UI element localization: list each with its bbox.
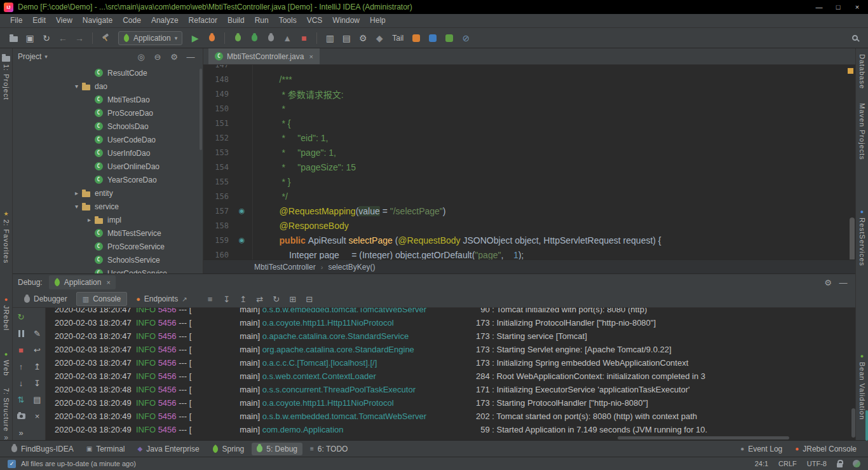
breadcrumb-item[interactable]: selectByKey() — [328, 263, 375, 272]
tree-item-proscoredao[interactable]: CProScoreDao — [13, 106, 203, 120]
tool-stripe-restservices[interactable]: ●RestServices — [856, 207, 868, 268]
menu-item-window[interactable]: Window — [327, 14, 365, 27]
rerun-application-icon[interactable]: ↻ — [14, 310, 29, 324]
menu-item-view[interactable]: View — [51, 14, 78, 27]
run-with-jrebel-icon[interactable] — [204, 31, 219, 46]
console-output[interactable]: 2020-02-03 18:20:47 INFO 5456 --- [main]… — [46, 308, 855, 440]
jrebel-panel-icon[interactable] — [442, 31, 457, 46]
tree-item-resultcode[interactable]: CResultCode — [13, 66, 203, 79]
tree-item-proscoreservice[interactable]: CProScoreService — [13, 240, 203, 253]
tree-item-mbtitestservice[interactable]: CMbtiTestService — [13, 226, 203, 240]
tool-stripe-1-project[interactable]: 1: Project — [0, 52, 12, 102]
run-with-coverage-icon[interactable] — [263, 31, 278, 46]
debug-settings-icon[interactable]: ⚙ — [821, 275, 835, 289]
menu-item-tools[interactable]: Tools — [274, 14, 302, 27]
print-console-icon[interactable]: ▤ — [30, 392, 44, 407]
refresh-icon[interactable]: ↻ — [269, 292, 284, 306]
tree-item-service[interactable]: ▾service — [13, 200, 203, 213]
breadcrumb-item[interactable]: MbtiTestController — [254, 263, 316, 272]
view-breakpoints-icon[interactable]: ⇅ — [14, 392, 29, 407]
hide-panel-icon[interactable]: — — [184, 50, 198, 64]
search-everywhere-icon[interactable] — [847, 31, 862, 46]
lock-icon[interactable] — [837, 460, 843, 467]
copy-icon[interactable]: ▥ — [322, 31, 337, 46]
console-horizontal-scrollbar[interactable] — [618, 436, 789, 439]
build-project-icon[interactable] — [98, 31, 113, 46]
run-icon[interactable]: ▶ — [187, 31, 203, 46]
debug-tab-endpoints[interactable]: ●Endpoints↗ — [130, 292, 193, 306]
menu-item-file[interactable]: File — [5, 14, 27, 27]
project-panel-title[interactable]: Project — [18, 52, 41, 61]
tool-stripe-7-structure[interactable]: 7: Structure — [0, 386, 12, 434]
scroll-end-icon[interactable]: ↧ — [30, 376, 44, 391]
debug-with-jrebel-icon[interactable] — [230, 31, 245, 46]
plugins-icon[interactable]: ◆ — [372, 31, 387, 46]
console-vertical-scrollbar[interactable] — [851, 408, 855, 438]
tool-stripe-jrebel[interactable]: ●JRebel — [0, 294, 12, 333]
run-configuration-select[interactable]: Application▾ — [118, 31, 182, 45]
endpoint-gutter-icon[interactable]: ◉ — [239, 207, 245, 215]
close-tab-icon[interactable]: × — [309, 53, 313, 60]
toolwindow-button-terminal[interactable]: ▣Terminal — [81, 443, 130, 455]
more-actions-icon[interactable]: » — [14, 425, 29, 440]
minimize-panel-icon[interactable]: — — [836, 275, 850, 289]
thread-dump-icon[interactable] — [14, 409, 29, 424]
forward-icon[interactable]: → — [72, 31, 87, 46]
menu-item-edit[interactable]: Edit — [27, 14, 51, 27]
debug-tab-debugger[interactable]: Debugger — [18, 292, 74, 306]
close-session-icon[interactable]: × — [106, 279, 110, 286]
toolwindow-button-findbugs-idea[interactable]: FindBugs-IDEA — [6, 443, 79, 455]
caret-position[interactable]: 24:1 — [755, 460, 768, 467]
close-button[interactable]: × — [848, 0, 867, 14]
tree-item-entity[interactable]: ▸entity — [13, 186, 203, 200]
menu-item-analyze[interactable]: Analyze — [146, 14, 184, 27]
toolwindow-button-java-enterprise[interactable]: ◆Java Enterprise — [133, 443, 205, 455]
paste-icon[interactable]: ▤ — [339, 31, 354, 46]
tree-arrow-icon[interactable]: ▾ — [72, 203, 81, 210]
menu-item-refactor[interactable]: Refactor — [184, 14, 222, 27]
view-options-icon[interactable]: ≡ — [203, 292, 218, 306]
panel-settings-icon[interactable]: ⚙ — [167, 50, 181, 64]
tool-stripe-database[interactable]: Database — [856, 52, 868, 91]
menu-item-vcs[interactable]: VCS — [302, 14, 328, 27]
line-separator[interactable]: CRLF — [778, 460, 797, 467]
profiler-icon[interactable]: ▲ — [280, 31, 295, 46]
toolwindow-button-jrebel-console[interactable]: ●JRebel Console — [790, 443, 862, 455]
disable-plugin-icon[interactable]: ⊘ — [458, 31, 473, 46]
save-all-icon[interactable]: ▣ — [22, 31, 37, 46]
open-in-browser-icon[interactable] — [425, 31, 440, 46]
tree-arrow-icon[interactable]: ▾ — [72, 83, 81, 90]
debug-icon[interactable] — [247, 31, 262, 46]
tree-item-usercodeservice[interactable]: CUserCodeService — [13, 266, 203, 273]
toolwindow-button-event-log[interactable]: ●Event Log — [735, 443, 787, 455]
tree-item-schoolsdao[interactable]: CSchoolsDao — [13, 120, 203, 133]
synchronize-icon[interactable]: ↻ — [39, 31, 54, 46]
pin-tab-icon[interactable]: ⊞ — [285, 292, 301, 306]
chevron-down-icon[interactable]: ▾ — [44, 53, 48, 60]
scroll-top-icon[interactable]: ↥ — [30, 359, 44, 374]
tree-item-userinfodao[interactable]: CUserInfoDao — [13, 146, 203, 160]
tree-item-usercodedao[interactable]: CUserCodeDao — [13, 133, 203, 146]
tool-stripe-web[interactable]: ●Web — [0, 349, 12, 378]
stop-icon[interactable]: ■ — [14, 343, 29, 357]
stop-icon[interactable]: ■ — [296, 31, 311, 46]
editor-tab[interactable]: C MbtiTestController.java × — [208, 48, 320, 64]
toolwindow-button-5-debug[interactable]: 5: Debug — [252, 443, 302, 455]
clear-all-icon[interactable]: × — [30, 409, 44, 424]
tree-item-dao[interactable]: ▾dao — [13, 79, 203, 93]
tree-item-schoolsservice[interactable]: CSchoolsService — [13, 253, 203, 266]
highlighting-level-icon[interactable] — [853, 460, 860, 467]
tree-item-yearscoredao[interactable]: CYearScoreDao — [13, 173, 203, 186]
float-mode-icon[interactable]: ⊟ — [302, 292, 317, 306]
menu-item-code[interactable]: Code — [118, 14, 146, 27]
tool-stripe-2-favorites[interactable]: ★2: Favorites — [0, 209, 12, 265]
tree-item-impl[interactable]: ▸impl — [13, 213, 203, 226]
endpoint-gutter-icon[interactable]: ◉ — [239, 236, 245, 244]
tools-icon[interactable]: ⚙ — [355, 31, 370, 46]
tree-arrow-icon[interactable]: ▸ — [85, 216, 93, 223]
menu-item-run[interactable]: Run — [250, 14, 274, 27]
maximize-button[interactable]: □ — [829, 0, 848, 14]
pause-program-icon[interactable] — [14, 326, 29, 341]
file-encoding[interactable]: UTF-8 — [807, 460, 827, 467]
tool-stripe-maven-projects[interactable]: Maven Projects — [856, 101, 868, 162]
